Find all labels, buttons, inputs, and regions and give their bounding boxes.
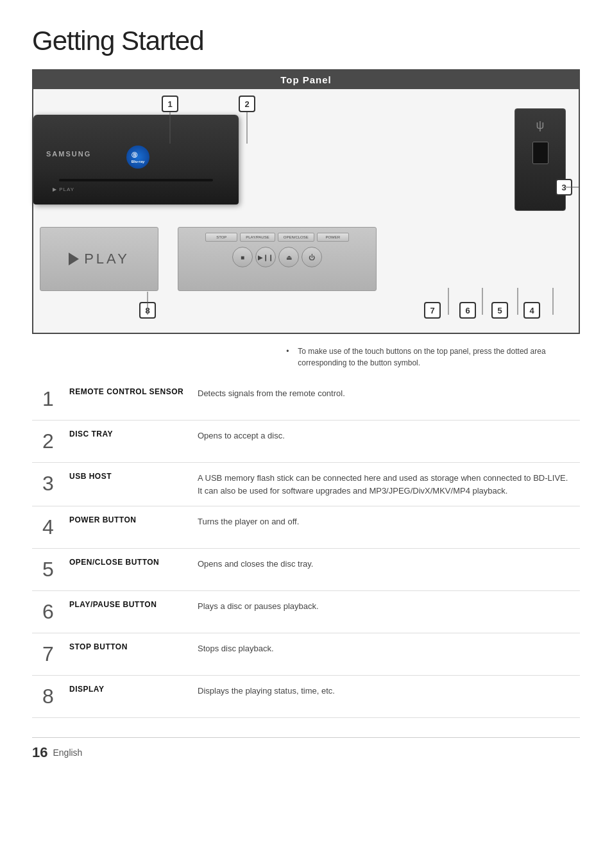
table-row: 5 OPEN/CLOSE BUTTON Opens and closes the… (32, 549, 580, 591)
playpause-label: PLAY/PAUSE (240, 233, 275, 242)
component-description: A USB memory flash stick can be connecte… (192, 463, 580, 506)
play-triangle-icon (69, 253, 79, 265)
top-panel-diagram: Top Panel SAMSUNG ⒷBlu-ray ▶ PLAY PLAY S… (32, 69, 580, 334)
component-number: 4 (32, 506, 64, 549)
disc-slot (59, 179, 213, 181)
component-number: 8 (32, 676, 64, 718)
callout-4: 4 (523, 302, 540, 319)
power-button-icon: ⏻ (302, 247, 322, 267)
component-description: Plays a disc or pauses playback. (192, 591, 580, 633)
callout-5: 5 (491, 302, 508, 319)
component-name: REMOTE CONTROL SENSOR (64, 378, 192, 421)
table-row: 4 POWER BUTTON Turns the player on and o… (32, 506, 580, 549)
component-number: 3 (32, 463, 64, 506)
component-name: DISC TRAY (64, 421, 192, 463)
usb-symbol: ψ (536, 119, 545, 132)
component-description: Displays the playing status, time, etc. (192, 676, 580, 718)
component-number: 1 (32, 378, 64, 421)
table-row: 3 USB HOST A USB memory flash stick can … (32, 463, 580, 506)
button-bottom-row: ■ ▶❙❙ ⏏ ⏻ (183, 247, 371, 267)
button-top-row: STOP PLAY/PAUSE OPEN/CLOSE POWER (183, 233, 371, 242)
playpause-button-icon: ▶❙❙ (255, 247, 276, 267)
callout-2: 2 (239, 96, 255, 112)
openclose-button-icon: ⏏ (278, 247, 299, 267)
component-description: Stops disc playback. (192, 633, 580, 676)
table-row: 8 DISPLAY Displays the playing status, t… (32, 676, 580, 718)
table-row: 6 PLAY/PAUSE BUTTON Plays a disc or paus… (32, 591, 580, 633)
panel-header: Top Panel (33, 71, 579, 89)
callout-7: 7 (424, 302, 441, 319)
bluray-logo: ⒷBlu-ray (126, 146, 149, 169)
page-number: 16 (32, 744, 47, 761)
component-name: STOP BUTTON (64, 633, 192, 676)
component-description: Turns the player on and off. (192, 506, 580, 549)
footer: 16 English (32, 737, 580, 761)
component-name: POWER BUTTON (64, 506, 192, 549)
openclose-label: OPEN/CLOSE (278, 233, 314, 242)
component-number: 6 (32, 591, 64, 633)
button-panel: STOP PLAY/PAUSE OPEN/CLOSE POWER ■ ▶❙❙ ⏏… (178, 227, 377, 291)
usb-port-slot (532, 142, 548, 164)
callout-6: 6 (459, 302, 476, 319)
component-description: Opens and closes the disc tray. (192, 549, 580, 591)
callout-8: 8 (139, 302, 156, 319)
table-row: 1 REMOTE CONTROL SENSOR Detects signals … (32, 378, 580, 421)
callout-1: 1 (162, 96, 178, 112)
display-text: PLAY (69, 251, 130, 267)
component-number: 2 (32, 421, 64, 463)
diagram-area: SAMSUNG ⒷBlu-ray ▶ PLAY PLAY STOP PLAY/P… (33, 89, 579, 333)
play-label-small: ▶ PLAY (53, 187, 74, 192)
callout-3: 3 (556, 179, 572, 196)
component-name: PLAY/PAUSE BUTTON (64, 591, 192, 633)
component-description: Detects signals from the remote control. (192, 378, 580, 421)
language-label: English (53, 747, 82, 758)
component-name: OPEN/CLOSE BUTTON (64, 549, 192, 591)
display-panel: PLAY (40, 227, 158, 291)
note-area: To make use of the touch buttons on the … (278, 346, 580, 369)
stop-label: STOP (205, 233, 237, 242)
device-body: SAMSUNG ⒷBlu-ray ▶ PLAY (33, 115, 239, 204)
components-table: 1 REMOTE CONTROL SENSOR Detects signals … (32, 378, 580, 718)
component-name: DISPLAY (64, 676, 192, 718)
component-description: Opens to accept a disc. (192, 421, 580, 463)
component-name: USB HOST (64, 463, 192, 506)
note-text: To make use of the touch buttons on the … (291, 346, 580, 369)
table-row: 2 DISC TRAY Opens to accept a disc. (32, 421, 580, 463)
component-number: 7 (32, 633, 64, 676)
page-title: Getting Started (32, 26, 580, 56)
component-number: 5 (32, 549, 64, 591)
stop-button-icon: ■ (232, 247, 253, 267)
power-label: POWER (317, 233, 349, 242)
table-row: 7 STOP BUTTON Stops disc playback. (32, 633, 580, 676)
samsung-logo: SAMSUNG (46, 150, 91, 158)
usb-area: ψ (514, 108, 566, 211)
